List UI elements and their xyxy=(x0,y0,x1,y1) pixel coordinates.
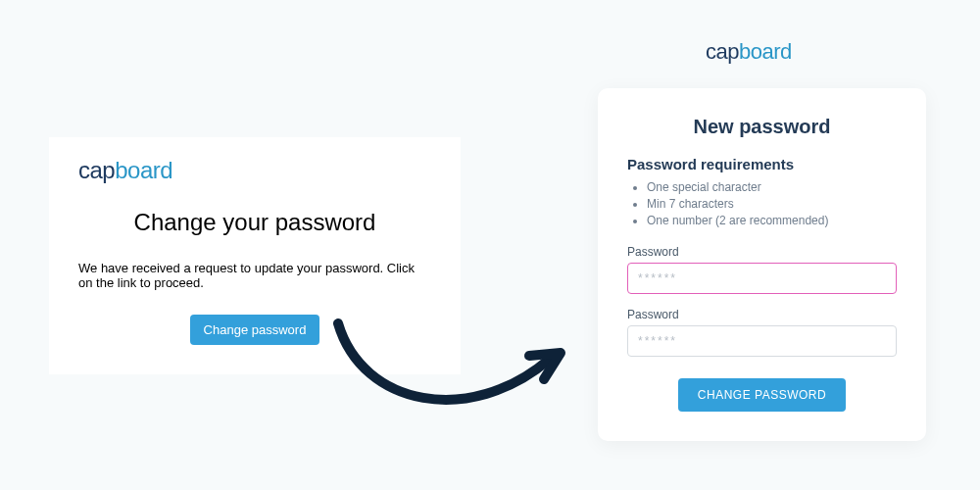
password-label-2: Password xyxy=(627,308,897,321)
requirement-item: Min 7 characters xyxy=(647,197,897,211)
change-password-submit-button[interactable]: CHANGE PASSWORD xyxy=(678,378,846,412)
password-input-2[interactable] xyxy=(627,325,897,357)
logo: capboard xyxy=(706,39,792,65)
logo: capboard xyxy=(78,157,431,184)
email-body: We have received a request to update you… xyxy=(78,261,431,290)
requirements-list: One special character Min 7 characters O… xyxy=(627,180,897,227)
form-title: New password xyxy=(627,116,897,138)
requirement-item: One number (2 are recommended) xyxy=(647,214,897,227)
new-password-card: New password Password requirements One s… xyxy=(598,88,926,441)
requirements-title: Password requirements xyxy=(627,156,897,172)
logo-part1: cap xyxy=(706,39,739,64)
logo-part2: board xyxy=(739,39,792,64)
logo-part1: cap xyxy=(78,157,115,183)
flow-arrow-icon xyxy=(323,318,573,466)
password-label-1: Password xyxy=(627,245,897,259)
email-title: Change your password xyxy=(78,209,431,236)
logo-part2: board xyxy=(115,157,172,183)
change-password-link-button[interactable]: Change password xyxy=(190,315,320,345)
password-input-1[interactable] xyxy=(627,263,897,294)
requirement-item: One special character xyxy=(647,180,897,194)
